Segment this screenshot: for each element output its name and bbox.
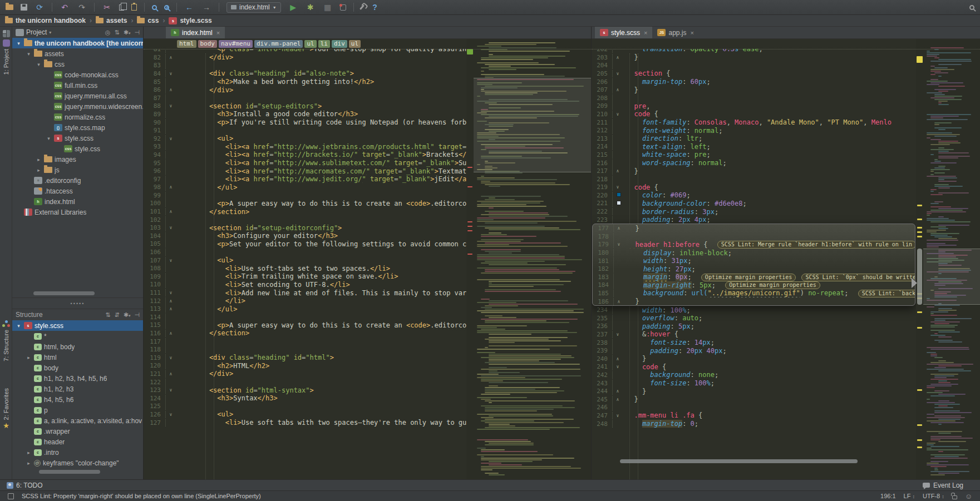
coverage-icon[interactable]: ▦ bbox=[323, 2, 333, 12]
code-line[interactable]: 212 font-weight: normal; bbox=[592, 126, 916, 135]
code-line[interactable]: 238 font-size: 14px; bbox=[592, 339, 916, 347]
chevron-down-icon[interactable]: ▾ bbox=[16, 323, 22, 329]
code-line[interactable]: 101∧ </section> bbox=[144, 207, 466, 216]
tree-item[interactable]: cssstyle.css bbox=[12, 143, 143, 154]
code-line[interactable]: 234 width: 100%; bbox=[592, 306, 916, 314]
lint-chip[interactable]: Optimize margin properties bbox=[701, 274, 796, 281]
todo-button[interactable]: 6: TODO bbox=[7, 482, 43, 489]
breadcrumb-item[interactable]: the unicorn handbook bbox=[5, 17, 86, 24]
tree-item[interactable]: ▾sstyle.scss bbox=[12, 133, 143, 143]
profiler-icon[interactable] bbox=[340, 4, 346, 11]
code-line[interactable]: 177∧ } bbox=[593, 224, 915, 232]
tree-item[interactable]: ▾sstyle.scss bbox=[12, 320, 143, 331]
code-line[interactable]: 123∨ <section id="html-syntax"> bbox=[144, 386, 466, 394]
error-mark[interactable] bbox=[467, 226, 472, 227]
save-icon[interactable] bbox=[21, 4, 27, 11]
lint-chip[interactable]: Optimize margin properties bbox=[725, 281, 820, 289]
run-icon[interactable]: ▶ bbox=[288, 2, 298, 12]
code-line[interactable]: 109 <li>Trim trailing white space on sav… bbox=[144, 272, 466, 281]
code-line[interactable]: 246 bbox=[592, 404, 916, 412]
code-line[interactable]: 239 padding: 20px 40px; bbox=[592, 346, 916, 355]
code-line[interactable]: 99 bbox=[144, 191, 466, 200]
fold-marker-icon[interactable]: ∨ bbox=[166, 71, 176, 76]
code-line[interactable]: 94 <li><a href="http://brackets.io/" tar… bbox=[144, 151, 466, 159]
code-line[interactable]: 115 <p>A super easy way to do this is to… bbox=[144, 321, 466, 330]
fold-marker-icon[interactable]: ∨ bbox=[166, 258, 176, 263]
code-line[interactable]: 108 <li>Use soft-tabs set to two spaces.… bbox=[144, 264, 466, 272]
fold-marker-icon[interactable]: ∧ bbox=[166, 299, 176, 304]
undo-icon[interactable]: ↶ bbox=[60, 2, 70, 12]
fold-marker-icon[interactable]: ∨ bbox=[614, 242, 624, 247]
tree-item[interactable]: chtml, body bbox=[12, 341, 143, 352]
code-line[interactable]: 184 margin-right: 5px; Optimize margin p… bbox=[593, 281, 915, 290]
fold-marker-icon[interactable]: ∧ bbox=[166, 87, 176, 92]
code-line[interactable]: 104 <h3>Configure your editor</h3> bbox=[144, 232, 466, 240]
find-icon[interactable] bbox=[152, 5, 157, 10]
expand-all-icon[interactable]: ⇅ bbox=[105, 311, 110, 319]
error-mark[interactable] bbox=[467, 186, 472, 187]
minimap-viewport[interactable] bbox=[923, 249, 980, 305]
code-line[interactable]: 82∧ </div> bbox=[144, 53, 466, 62]
tree-item[interactable]: ▸images bbox=[12, 154, 143, 165]
tree-item[interactable]: ca, a:link, a:active, a:visited, a:hov bbox=[12, 415, 143, 426]
horizontal-scrollbar[interactable] bbox=[39, 470, 100, 474]
code-line[interactable]: 211 font-family: Consolas, Monaco, "Anda… bbox=[592, 118, 916, 127]
code-line[interactable]: 186∧ } bbox=[593, 297, 915, 306]
encoding-select[interactable]: UTF-8 ↕ bbox=[923, 493, 944, 499]
hide-panel-icon[interactable]: ⊣ bbox=[134, 29, 140, 36]
breadcrumb-item[interactable]: css bbox=[137, 17, 159, 24]
code-line[interactable]: 218 bbox=[592, 175, 916, 183]
breadcrumb-item[interactable]: sstyle.scss bbox=[169, 17, 211, 24]
code-line[interactable]: 113∧ </ul> bbox=[144, 305, 466, 313]
minimap[interactable] bbox=[923, 39, 980, 479]
code-line[interactable]: 237∨ &:hover { bbox=[592, 330, 916, 339]
horizontal-scrollbar[interactable] bbox=[33, 291, 95, 295]
fold-marker-icon[interactable]: ∨ bbox=[613, 185, 623, 190]
horizontal-scrollbar[interactable] bbox=[620, 459, 858, 463]
warning-mark[interactable] bbox=[917, 439, 922, 441]
code-line[interactable]: 110 <li>Set encoding to UTF-8.</li> bbox=[144, 281, 466, 289]
replace-icon[interactable]: A bbox=[164, 5, 169, 10]
code-line[interactable]: 202 transition: opacity 0.3s ease; bbox=[592, 49, 916, 53]
tree-item[interactable]: ▾assets bbox=[12, 48, 143, 59]
code-line[interactable]: 86∧ </div> bbox=[144, 86, 466, 94]
tree-item[interactable]: c.wrapper bbox=[12, 426, 143, 436]
code-line[interactable]: 107∨ <ul> bbox=[144, 256, 466, 265]
tab-style-scss[interactable]: sstyle.scss× bbox=[595, 27, 652, 38]
back-icon[interactable]: ← bbox=[184, 2, 194, 12]
code-line[interactable]: 114 bbox=[144, 313, 466, 321]
code-line[interactable]: 120 <h2>HTML</h2> bbox=[144, 362, 466, 370]
chevron-right-icon[interactable]: ▸ bbox=[26, 460, 32, 466]
code-line[interactable]: 244∧ } bbox=[592, 387, 916, 395]
code-line[interactable]: 180 display: inline-block; bbox=[593, 249, 915, 257]
breadcrumb-chip[interactable]: div bbox=[332, 40, 347, 48]
fold-marker-icon[interactable]: ∧ bbox=[166, 185, 176, 190]
chevron-right-icon[interactable]: ▸ bbox=[36, 167, 42, 173]
fold-marker-icon[interactable]: ∧ bbox=[613, 55, 623, 60]
close-icon[interactable]: × bbox=[690, 29, 693, 36]
fold-marker-icon[interactable]: ∨ bbox=[166, 225, 176, 230]
chevron-down-icon[interactable]: ▾ bbox=[46, 136, 52, 141]
error-stripe[interactable] bbox=[916, 39, 923, 479]
tree-item[interactable]: cssjquery.mmenu.widescreen.cs bbox=[12, 101, 143, 112]
warning-mark[interactable] bbox=[917, 447, 922, 448]
locate-icon[interactable]: ◎ bbox=[105, 29, 111, 36]
code-line[interactable]: 105 <p>Set your editor to the following … bbox=[144, 240, 466, 249]
fold-marker-icon[interactable]: ∧ bbox=[614, 299, 624, 304]
fold-marker-icon[interactable]: ∨ bbox=[613, 112, 623, 117]
code-line[interactable]: 102 bbox=[144, 216, 466, 224]
code-line[interactable]: 96 <li><a href="http://macromates.com/" … bbox=[144, 167, 466, 175]
lint-chip[interactable]: SCSS Lint: `background` sho bbox=[858, 290, 915, 297]
breadcrumb-chip[interactable]: body bbox=[198, 40, 218, 48]
code-line[interactable]: 126∨ <ul> bbox=[144, 410, 466, 419]
help-icon[interactable]: ? bbox=[370, 2, 380, 12]
tree-item[interactable]: ch1, h2, h3 bbox=[12, 384, 143, 394]
code-line[interactable]: 243 font-size: 100%; bbox=[592, 379, 916, 388]
fold-marker-icon[interactable]: ∨ bbox=[166, 388, 176, 393]
open-file-icon[interactable] bbox=[6, 4, 13, 10]
tree-item[interactable]: ▸c.intro bbox=[12, 447, 143, 458]
autoscroll-icon[interactable]: ⇵ bbox=[114, 311, 119, 319]
minimap[interactable] bbox=[474, 39, 591, 479]
paste-icon[interactable] bbox=[131, 4, 137, 11]
tree-item[interactable]: cssnormalize.css bbox=[12, 112, 143, 122]
